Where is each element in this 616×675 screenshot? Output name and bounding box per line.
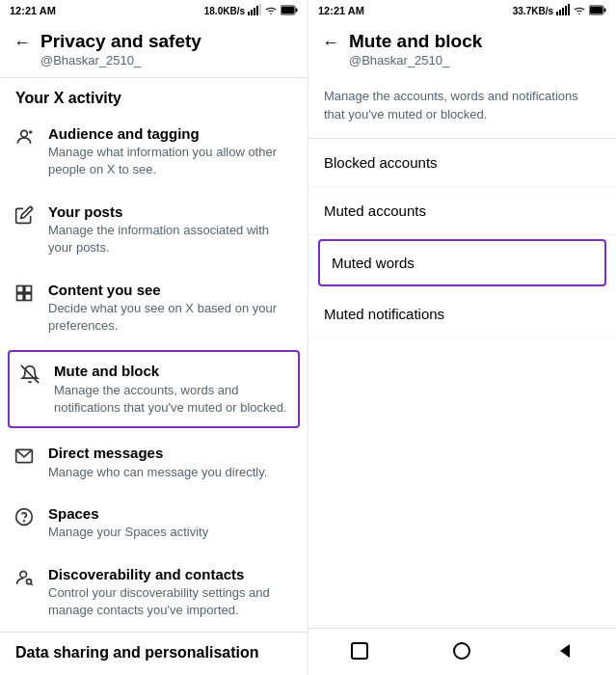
wifi-icon-right	[573, 5, 586, 16]
svg-point-20	[27, 579, 32, 583]
edit-icon	[13, 204, 35, 226]
svg-rect-33	[352, 643, 367, 659]
svg-point-8	[21, 130, 28, 137]
svg-rect-28	[565, 6, 567, 15]
svg-marker-35	[560, 644, 570, 658]
svg-point-18	[24, 521, 25, 522]
audience-tagging-text: Audience and tagging Manage what informa…	[48, 124, 294, 179]
svg-rect-29	[568, 4, 570, 15]
left-title: Privacy and safety	[40, 31, 201, 53]
right-title: Mute and block	[349, 31, 482, 53]
nav-back-right[interactable]	[552, 638, 577, 663]
svg-rect-25	[556, 12, 558, 15]
svg-rect-4	[259, 4, 261, 15]
mute-icon	[19, 364, 40, 385]
spaces-icon	[13, 506, 35, 527]
status-bar-left: 12:21 AM 18.0KB/s	[0, 0, 308, 21]
your-posts-title: Your posts	[48, 202, 294, 222]
time-left: 12:21 AM	[10, 5, 56, 16]
right-subtitle: @Bhaskar_2510_	[349, 53, 482, 68]
right-header: ← Mute and block @Bhaskar_2510_	[308, 21, 616, 77]
svg-rect-1	[251, 10, 253, 15]
nav-square-right[interactable]	[347, 638, 372, 663]
menu-item-spaces[interactable]: Spaces Manage your Spaces activity	[0, 493, 308, 554]
discoverability-subtitle: Control your discoverability settings an…	[48, 584, 294, 619]
menu-item-content-you-see[interactable]: Content you see Decide what you see on X…	[0, 269, 308, 347]
your-posts-text: Your posts Manage the information associ…	[48, 202, 294, 257]
mute-and-block-text: Mute and block Manage the accounts, word…	[54, 362, 288, 417]
svg-rect-26	[559, 10, 561, 15]
signal-icon	[248, 4, 261, 17]
right-panel: 12:21 AM 33.7KB/s ← Mute and block @Bhas…	[308, 0, 616, 675]
right-item-blocked-accounts[interactable]: Blocked accounts	[308, 139, 616, 187]
speed-right: 33.7KB/s	[513, 6, 553, 16]
mute-and-block-subtitle: Manage the accounts, words and notificat…	[54, 382, 288, 417]
left-subtitle: @Bhaskar_2510_	[40, 53, 201, 68]
layout-icon	[13, 283, 35, 304]
battery-icon	[281, 5, 298, 17]
svg-rect-6	[296, 8, 298, 12]
left-header: ← Privacy and safety @Bhaskar_2510_	[0, 21, 308, 77]
left-panel: 12:21 AM 18.0KB/s ← Privacy and safety @…	[0, 0, 308, 675]
menu-item-direct-messages[interactable]: Direct messages Manage who can message y…	[0, 432, 308, 493]
status-bar-right: 12:21 AM 33.7KB/s	[308, 0, 616, 21]
section-your-x-activity: Your X activity	[0, 77, 308, 113]
svg-rect-13	[17, 293, 24, 300]
svg-rect-32	[590, 7, 603, 14]
svg-rect-12	[25, 285, 32, 292]
discoverability-title: Discoverability and contacts	[48, 565, 294, 584]
content-you-see-text: Content you see Decide what you see on X…	[48, 281, 294, 336]
audience-tagging-title: Audience and tagging	[48, 124, 294, 144]
spaces-text: Spaces Manage your Spaces activity	[48, 504, 294, 542]
spaces-subtitle: Manage your Spaces activity	[48, 524, 294, 541]
time-right: 12:21 AM	[318, 5, 364, 16]
person-search-icon	[13, 567, 35, 588]
right-item-muted-words[interactable]: Muted words	[318, 239, 606, 286]
menu-item-discoverability[interactable]: Discoverability and contacts Control you…	[0, 554, 308, 632]
svg-rect-2	[254, 8, 255, 15]
svg-point-34	[454, 643, 469, 659]
signal-icon-right	[556, 4, 570, 17]
menu-item-audience-tagging[interactable]: Audience and tagging Manage what informa…	[0, 113, 308, 191]
speed-left: 18.0KB/s	[204, 6, 245, 16]
menu-item-mute-and-block[interactable]: Mute and block Manage the accounts, word…	[8, 350, 300, 428]
svg-point-19	[20, 571, 27, 578]
back-button-left[interactable]: ←	[13, 33, 31, 53]
right-item-muted-accounts[interactable]: Muted accounts	[308, 187, 616, 235]
svg-rect-0	[248, 12, 250, 15]
status-icons-right: 33.7KB/s	[513, 4, 606, 17]
envelope-icon	[13, 446, 35, 467]
wifi-icon	[264, 5, 278, 16]
svg-rect-14	[25, 293, 32, 300]
person-icon	[13, 126, 35, 148]
back-button-right[interactable]: ←	[322, 33, 339, 53]
svg-rect-7	[281, 7, 294, 14]
svg-rect-11	[17, 285, 24, 292]
battery-icon-right	[589, 5, 606, 17]
your-posts-subtitle: Manage the information associated with y…	[48, 222, 294, 256]
content-you-see-subtitle: Decide what you see on X based on your p…	[48, 300, 294, 335]
svg-rect-31	[604, 8, 606, 12]
audience-tagging-subtitle: Manage what information you allow other …	[48, 144, 294, 178]
direct-messages-title: Direct messages	[48, 444, 294, 463]
svg-rect-27	[562, 8, 564, 15]
mute-and-block-title: Mute and block	[54, 362, 288, 381]
bottom-nav-right	[308, 628, 616, 675]
right-item-muted-notifications[interactable]: Muted notifications	[308, 290, 616, 338]
menu-item-your-posts[interactable]: Your posts Manage the information associ…	[0, 191, 308, 269]
svg-rect-3	[256, 6, 258, 15]
svg-line-15	[21, 365, 39, 383]
menu-item-ads-preferences[interactable]: Ads preferences	[0, 667, 308, 675]
nav-circle-right[interactable]	[449, 638, 474, 663]
section-data-sharing: Data sharing and personalisation	[0, 632, 308, 667]
discoverability-text: Discoverability and contacts Control you…	[48, 565, 294, 620]
spaces-title: Spaces	[48, 504, 294, 524]
direct-messages-subtitle: Manage who can message you directly.	[48, 464, 294, 481]
status-icons-left: 18.0KB/s	[204, 4, 298, 17]
right-description: Manage the accounts, words and notificat…	[308, 77, 616, 138]
direct-messages-text: Direct messages Manage who can message y…	[48, 444, 294, 481]
content-you-see-title: Content you see	[48, 281, 294, 300]
